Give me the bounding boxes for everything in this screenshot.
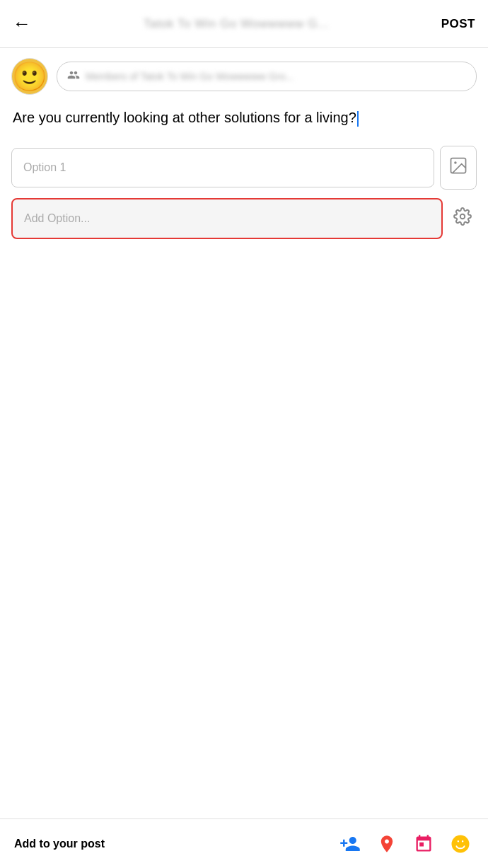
svg-point-1 — [454, 161, 457, 164]
header: ← Tatok To Win Go Wowwwww G... POST — [0, 0, 488, 48]
image-icon — [448, 156, 468, 180]
option-1-input[interactable] — [11, 148, 434, 187]
event-button[interactable] — [410, 831, 437, 857]
audience-selector[interactable]: Members of Tatok To Win Go Wowwwww Gro..… — [57, 62, 477, 91]
option-1-row — [11, 146, 477, 190]
add-option-input[interactable] — [11, 198, 443, 239]
avatar: 🙂 — [11, 58, 48, 95]
poll-section — [0, 139, 488, 250]
bottom-bar: Add to your post — [0, 818, 488, 868]
settings-icon — [453, 207, 472, 230]
svg-point-2 — [460, 214, 465, 219]
post-content: Are you currently looking at other solut… — [0, 102, 488, 139]
tag-people-button[interactable] — [337, 831, 364, 857]
svg-point-3 — [452, 835, 470, 852]
post-text[interactable]: Are you currently looking at other solut… — [13, 110, 359, 125]
text-cursor — [357, 111, 359, 127]
settings-button[interactable] — [448, 204, 477, 233]
add-option-row — [11, 198, 477, 239]
option-1-image-button[interactable] — [440, 146, 477, 190]
header-title: Tatok To Win Go Wowwwww G... — [45, 17, 427, 31]
user-row: 🙂 Members of Tatok To Win Go Wowwwww Gro… — [0, 48, 488, 102]
location-button[interactable] — [373, 831, 400, 857]
audience-text: Members of Tatok To Win Go Wowwwww Gro..… — [86, 71, 466, 82]
post-button[interactable]: POST — [436, 14, 475, 34]
bottom-icons — [337, 831, 474, 857]
audience-icon — [67, 69, 80, 84]
content-spacer — [0, 250, 488, 533]
add-to-post-label: Add to your post — [14, 838, 105, 850]
feeling-button[interactable] — [447, 831, 474, 857]
back-button[interactable]: ← — [13, 10, 37, 37]
